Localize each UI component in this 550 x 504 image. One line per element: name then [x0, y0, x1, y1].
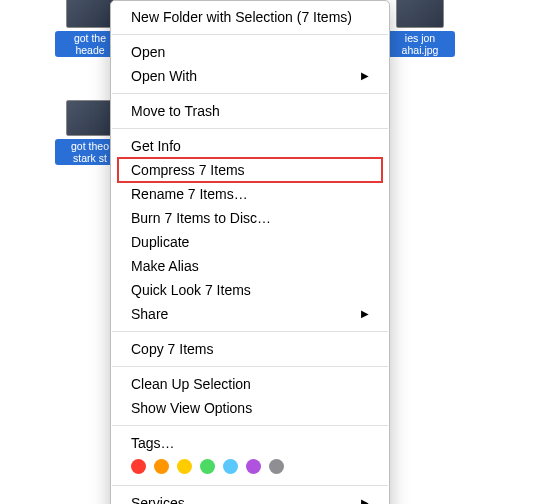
- file-thumbnail: [66, 0, 114, 28]
- menu-separator: [112, 93, 388, 94]
- menu-separator: [112, 331, 388, 332]
- menu-copy[interactable]: Copy 7 Items: [111, 337, 389, 361]
- menu-clean-up-selection[interactable]: Clean Up Selection: [111, 372, 389, 396]
- menu-item-label: Move to Trash: [131, 102, 220, 120]
- tag-dot-yellow[interactable]: [177, 459, 192, 474]
- selected-file[interactable]: ies jon ahai.jpg: [385, 0, 455, 57]
- menu-item-label: New Folder with Selection (7 Items): [131, 8, 352, 26]
- submenu-arrow-icon: ▶: [361, 67, 369, 85]
- menu-item-label: Tags…: [131, 434, 175, 452]
- menu-item-label: Clean Up Selection: [131, 375, 251, 393]
- tag-dot-red[interactable]: [131, 459, 146, 474]
- context-menu: New Folder with Selection (7 Items) Open…: [110, 0, 390, 504]
- menu-item-label: Share: [131, 305, 168, 323]
- menu-item-label: Duplicate: [131, 233, 189, 251]
- tag-dot-purple[interactable]: [246, 459, 261, 474]
- desktop-background: got the heade ies jon ahai.jpg got theo …: [0, 0, 550, 504]
- menu-item-label: Rename 7 Items…: [131, 185, 248, 203]
- menu-separator: [112, 425, 388, 426]
- submenu-arrow-icon: ▶: [361, 305, 369, 323]
- menu-item-label: Copy 7 Items: [131, 340, 213, 358]
- menu-item-label: Show View Options: [131, 399, 252, 417]
- menu-item-label: Quick Look 7 Items: [131, 281, 251, 299]
- menu-open[interactable]: Open: [111, 40, 389, 64]
- menu-share[interactable]: Share ▶: [111, 302, 389, 326]
- menu-separator: [112, 485, 388, 486]
- menu-item-label: Open: [131, 43, 165, 61]
- file-thumbnail: [66, 100, 114, 136]
- file-label: ies jon ahai.jpg: [385, 31, 455, 57]
- tag-dot-orange[interactable]: [154, 459, 169, 474]
- menu-burn[interactable]: Burn 7 Items to Disc…: [111, 206, 389, 230]
- menu-open-with[interactable]: Open With ▶: [111, 64, 389, 88]
- menu-show-view-options[interactable]: Show View Options: [111, 396, 389, 420]
- menu-rename[interactable]: Rename 7 Items…: [111, 182, 389, 206]
- menu-move-to-trash[interactable]: Move to Trash: [111, 99, 389, 123]
- menu-separator: [112, 34, 388, 35]
- menu-item-label: Burn 7 Items to Disc…: [131, 209, 271, 227]
- tag-dot-green[interactable]: [200, 459, 215, 474]
- menu-item-label: Make Alias: [131, 257, 199, 275]
- menu-item-label: Open With: [131, 67, 197, 85]
- file-thumbnail: [396, 0, 444, 28]
- menu-new-folder-with-selection[interactable]: New Folder with Selection (7 Items): [111, 5, 389, 29]
- menu-get-info[interactable]: Get Info: [111, 134, 389, 158]
- menu-tags[interactable]: Tags…: [111, 431, 389, 455]
- menu-make-alias[interactable]: Make Alias: [111, 254, 389, 278]
- menu-separator: [112, 366, 388, 367]
- menu-item-label: Get Info: [131, 137, 181, 155]
- tag-dot-gray[interactable]: [269, 459, 284, 474]
- menu-quick-look[interactable]: Quick Look 7 Items: [111, 278, 389, 302]
- menu-separator: [112, 128, 388, 129]
- menu-item-label: Services: [131, 494, 185, 504]
- tag-dot-blue[interactable]: [223, 459, 238, 474]
- menu-services[interactable]: Services ▶: [111, 491, 389, 504]
- menu-duplicate[interactable]: Duplicate: [111, 230, 389, 254]
- menu-compress[interactable]: Compress 7 Items: [111, 158, 389, 182]
- submenu-arrow-icon: ▶: [361, 494, 369, 504]
- menu-item-label: Compress 7 Items: [131, 161, 245, 179]
- tags-color-row: [111, 455, 389, 480]
